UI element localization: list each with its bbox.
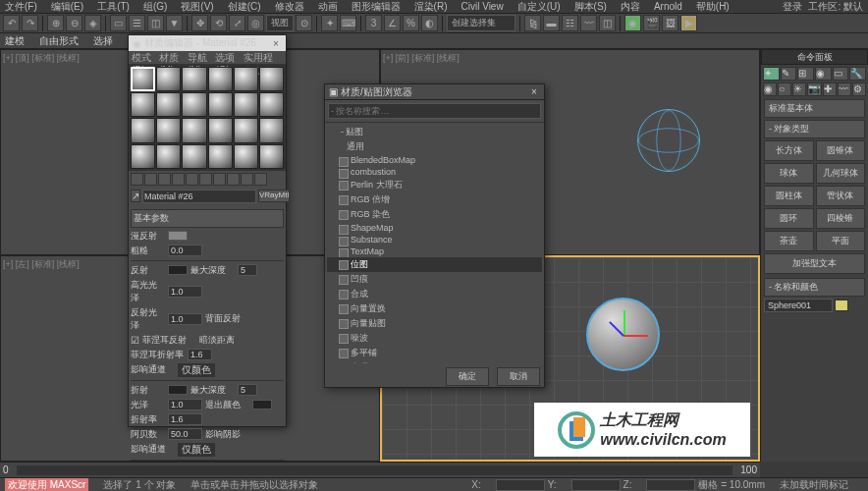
material-slot[interactable] [234, 118, 258, 142]
place-button[interactable]: ◎ [247, 15, 264, 31]
tree-item[interactable]: Substance [327, 234, 542, 246]
hierarchy-tab[interactable]: ⊞ [797, 67, 814, 81]
link-button[interactable]: ⊕ [47, 15, 64, 31]
objecttype-rollout[interactable]: - 对象类型 [764, 120, 865, 138]
object-name-input[interactable] [764, 299, 833, 312]
show-map-button[interactable] [241, 173, 253, 186]
material-type-button[interactable]: VRayMtl [258, 190, 290, 202]
spacewarps-tab[interactable]: 〰 [838, 82, 851, 96]
plane-button[interactable]: 平面 [816, 231, 866, 251]
material-slot[interactable] [208, 144, 233, 169]
display-tab[interactable]: ▭ [833, 67, 849, 81]
percentsnap-button[interactable]: % [403, 15, 419, 31]
textplus-button[interactable]: 加强型文本 [764, 253, 865, 274]
utilities-tab[interactable]: 🔧 [849, 67, 866, 81]
material-name-input[interactable] [142, 190, 256, 203]
tree-item[interactable]: 向量贴图 [327, 316, 542, 331]
put-to-library-button[interactable] [213, 173, 226, 186]
matmenu-util[interactable]: 实用程序(U) [244, 51, 275, 64]
unlink-button[interactable]: ⊖ [66, 15, 82, 31]
material-slot[interactable] [208, 92, 233, 117]
move-button[interactable]: ✥ [191, 15, 208, 31]
select-filter-button[interactable]: ▼ [166, 15, 183, 31]
undo-button[interactable]: ↶ [3, 15, 20, 31]
anglesnap-button[interactable]: ∠ [384, 15, 401, 31]
mirror-button[interactable]: ⧎ [524, 15, 541, 31]
affect2-dropdown[interactable]: 仅颜色 [178, 443, 215, 457]
scale-button[interactable]: ⤢ [229, 15, 245, 31]
timeline[interactable]: 0 100 [0, 462, 760, 477]
material-slot[interactable] [182, 144, 206, 169]
tree-cat-general[interactable]: 通用 [327, 139, 542, 154]
menu-file[interactable]: 文件(F) [5, 0, 37, 14]
basic-params-rollout[interactable]: 基本参数 [131, 209, 284, 228]
make-copy-button[interactable] [186, 173, 198, 186]
ior-input[interactable] [168, 413, 202, 425]
pick-from-object-button[interactable]: ↗ [131, 190, 140, 202]
curve-editor-button[interactable]: 〰 [580, 15, 597, 31]
sphere-wireframe[interactable] [637, 109, 700, 172]
tree-root-maps[interactable]: - 贴图 [327, 125, 542, 139]
close-button[interactable]: × [528, 86, 540, 97]
gizmo-y-axis[interactable] [624, 310, 625, 335]
menu-content[interactable]: 内容 [621, 0, 640, 14]
reset-map-button[interactable] [172, 173, 185, 186]
material-slot[interactable] [234, 144, 258, 169]
cancel-button[interactable]: 取消 [497, 367, 540, 386]
menu-edit[interactable]: 编辑(E) [51, 0, 83, 14]
material-slot[interactable] [208, 118, 233, 142]
fresnelior-input[interactable] [188, 349, 212, 360]
tree-item[interactable]: combustion [327, 166, 542, 178]
pivot-button[interactable]: ⊙ [296, 15, 312, 31]
keyboard-button[interactable]: ⌨ [340, 15, 356, 31]
material-slot[interactable] [259, 118, 284, 142]
tube-button[interactable]: 管状体 [816, 186, 866, 206]
snap-button[interactable]: 3 [365, 15, 382, 31]
timeline-track[interactable] [17, 465, 733, 475]
primitive-dropdown[interactable]: 标准基本体 [764, 99, 865, 118]
material-slot[interactable] [182, 67, 206, 91]
get-material-button[interactable] [131, 173, 143, 186]
geometry-tab[interactable]: ◉ [763, 82, 777, 96]
spinnersnap-button[interactable]: ◐ [421, 15, 438, 31]
timetag-info[interactable]: 未加载时间标记 [780, 478, 848, 492]
show-end-result-button[interactable] [254, 173, 267, 186]
browser-titlebar[interactable]: ▣ 材质/贴图浏览器 × [325, 84, 544, 100]
layer-button[interactable]: ☷ [562, 15, 578, 31]
rough-input[interactable] [168, 245, 202, 256]
material-slot[interactable] [259, 67, 284, 91]
manipulate-button[interactable]: ✦ [321, 15, 338, 31]
affect-dropdown[interactable]: 仅颜色 [178, 363, 215, 377]
namecolor-rollout[interactable]: - 名称和颜色 [764, 278, 865, 297]
modify-tab[interactable]: ✎ [781, 67, 797, 81]
tree-item[interactable]: 大理石 [327, 360, 542, 363]
menu-customize[interactable]: 自定义(U) [517, 0, 561, 14]
box-button[interactable]: 长方体 [764, 140, 814, 161]
material-slot[interactable] [234, 92, 258, 117]
material-slot[interactable] [182, 92, 206, 117]
refcoord-dropdown[interactable]: 视图 [266, 15, 294, 31]
cylinder-button[interactable]: 圆柱体 [764, 186, 814, 206]
matmenu-material[interactable]: 材质(M) [159, 51, 180, 64]
y-input[interactable] [571, 479, 621, 491]
material-slot[interactable] [131, 144, 155, 169]
refract-swatch[interactable] [168, 385, 188, 395]
material-slot[interactable] [131, 92, 155, 117]
maxscript-area[interactable]: 欢迎使用 MAXScr [5, 478, 88, 492]
render-button[interactable]: ▶ [680, 15, 697, 31]
material-editor-titlebar[interactable]: ◉ 材质编辑器 - Material #26 × [129, 35, 286, 51]
render-frame-button[interactable]: 🖼 [662, 15, 678, 31]
browser-search-input[interactable] [328, 103, 541, 119]
bind-button[interactable]: ◈ [84, 15, 101, 31]
menu-rendering[interactable]: 渲染(R) [414, 0, 448, 14]
material-slot[interactable] [182, 118, 206, 142]
fresnel-checkbox[interactable]: ☑ [131, 335, 139, 346]
material-slot[interactable] [156, 92, 181, 117]
material-slot[interactable] [156, 67, 181, 91]
matmenu-options[interactable]: 选项(O) [215, 51, 236, 64]
gizmo-z-axis[interactable] [609, 321, 624, 337]
select-button[interactable]: ▭ [110, 15, 127, 31]
menu-tools[interactable]: 工具(T) [97, 0, 130, 14]
tree-item[interactable]: ShapeMap [327, 222, 542, 234]
material-slot[interactable] [259, 92, 284, 117]
